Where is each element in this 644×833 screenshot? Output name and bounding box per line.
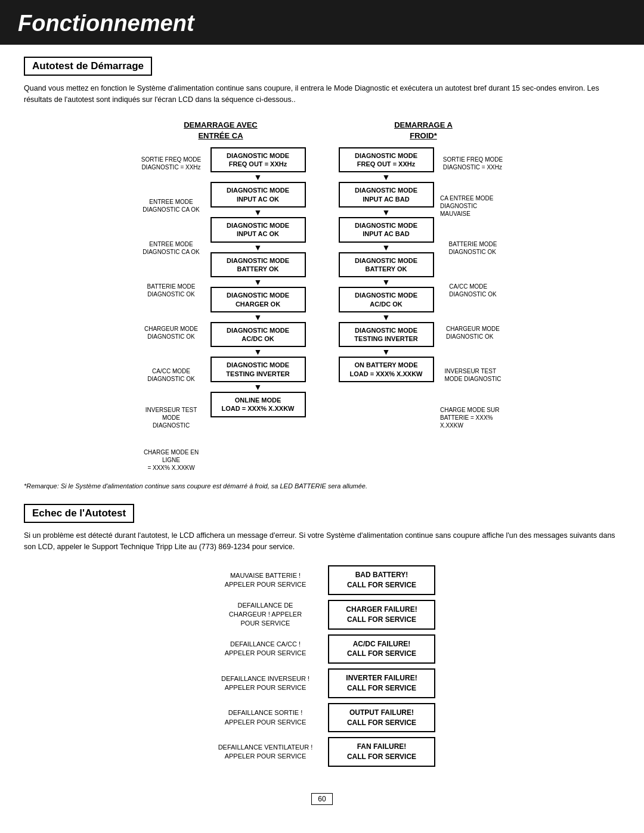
right-labels: SORTIE FREQ MODEDIAGNOSTIC = XXHz CA ENT… — [435, 147, 507, 434]
diagram-body: SORTIE FREQ MODEDIAGNOSTIC = XXHz ENTREE… — [137, 147, 507, 476]
diagram: DEMARRAGE AVECENTRÉE CA DEMARRAGE AFROID… — [24, 120, 620, 476]
arrow-right-4: ▼ — [382, 312, 391, 322]
error-left-4: DEFAILLANCE SORTIE !APPELER POUR SERVICE — [209, 708, 328, 727]
arrow-left-4: ▼ — [254, 312, 262, 322]
left-labels: SORTIE FREQ MODEDIAGNOSTIC = XXHz ENTREE… — [137, 147, 209, 476]
left-col-header: DEMARRAGE AVECENTRÉE CA — [137, 120, 304, 141]
error-row-2: DEFAILLANCE CA/CC !APPELER POUR SERVICE … — [209, 634, 435, 664]
error-box-1: CHARGER FAILURE!CALL FOR SERVICE — [328, 600, 435, 630]
arrow-right-1: ▼ — [382, 208, 391, 217]
error-box-0: BAD BATTERY!CALL FOR SERVICE — [328, 565, 435, 595]
box-left-7: ONLINE MODE LOAD = XXX% X.XXKW — [210, 392, 306, 417]
error-left-2: DEFAILLANCE CA/CC !APPELER POUR SERVICE — [209, 640, 328, 658]
center-right-col: DIAGNOSTIC MODE FREQ OUT = XXHz ▼ DIAGNO… — [337, 147, 435, 382]
box-right-5: DIAGNOSTIC MODE TESTING INVERTER — [339, 322, 434, 348]
error-box-5: FAN FAILURE!CALL FOR SERVICE — [328, 737, 435, 767]
error-box-4: OUTPUT FAILURE!CALL FOR SERVICE — [328, 703, 435, 733]
arrow-left-0: ▼ — [254, 172, 262, 182]
arrow-right-5: ▼ — [382, 347, 391, 357]
page-title: Fonctionnement — [18, 11, 626, 36]
error-row-4: DEFAILLANCE SORTIE !APPELER POUR SERVICE… — [209, 703, 435, 733]
error-left-3: DEFAILLANCE INVERSEUR !APPELER POUR SERV… — [209, 674, 328, 693]
left-label-2: ENTREE MODEDIAGNOSTIC CA OK — [138, 232, 204, 265]
right-col-header: DEMARRAGE AFROID* — [340, 120, 507, 141]
box-left-5: DIAGNOSTIC MODE AC/DC OK — [210, 322, 306, 348]
box-right-4: DIAGNOSTIC MODE AC/DC OK — [339, 287, 434, 312]
page-header: Fonctionnement — [0, 0, 644, 45]
box-right-6: ON BATTERY MODE LOAD = XXX% X.XXKW — [339, 357, 434, 382]
center-left-col: DIAGNOSTIC MODE FREQ OUT = XXHz ▼ DIAGNO… — [209, 147, 307, 417]
arrow-left-2: ▼ — [254, 243, 262, 252]
error-left-0: MAUVAISE BATTERIE !APPELER POUR SERVICE — [209, 571, 328, 590]
error-diagram: MAUVAISE BATTERIE !APPELER POUR SERVICE … — [24, 565, 620, 772]
left-label-0: SORTIE FREQ MODEDIAGNOSTIC = XXHz — [138, 147, 204, 180]
error-row-0: MAUVAISE BATTERIE !APPELER POUR SERVICE … — [209, 565, 435, 595]
left-label-4: CHARGEUR MODEDIAGNOSTIC OK — [138, 317, 204, 349]
error-row-5: DEFAILLANCE VENTILATEUR !APPELER POUR SE… — [209, 737, 435, 767]
left-label-6: INVERSEUR TEST MODEDIAGNOSTIC — [138, 401, 204, 434]
box-left-0: DIAGNOSTIC MODE FREQ OUT = XXHz — [210, 147, 306, 173]
box-left-4: DIAGNOSTIC MODE CHARGER OK — [210, 287, 306, 312]
right-label-4: CHARGEUR MODEDIAGNOSTIC OK — [440, 317, 506, 349]
right-label-2: BATTERIE MODEDIAGNOSTIC OK — [440, 232, 506, 265]
box-right-2: DIAGNOSTIC MODE INPUT AC BAD — [339, 217, 434, 243]
box-right-1: DIAGNOSTIC MODE INPUT AC BAD — [339, 182, 434, 208]
right-label-6: CHARGE MODE SURBATTERIE = XXX% X.XXKW — [440, 401, 506, 434]
box-left-1: DIAGNOSTIC MODE INPUT AC OK — [210, 182, 306, 208]
box-right-3: DIAGNOSTIC MODE BATTERY OK — [339, 252, 434, 278]
box-right-0: DIAGNOSTIC MODE FREQ OUT = XXHz — [339, 147, 434, 173]
error-row-1: DEFAILLANCE DECHARGEUR ! APPELERPOUR SER… — [209, 600, 435, 630]
footnote: *Remarque: Si le Système d'alimentation … — [24, 482, 620, 490]
arrow-left-6: ▼ — [254, 382, 262, 392]
left-label-3: BATTERIE MODEDIAGNOSTIC OK — [138, 274, 204, 307]
left-label-5: CA/CC MODEDIAGNOSTIC OK — [138, 359, 204, 392]
right-label-1: CA ENTREE MODEDIAGNOSTIC MAUVAISE — [440, 190, 506, 222]
error-row-3: DEFAILLANCE INVERSEUR !APPELER POUR SERV… — [209, 668, 435, 698]
section1-header: Autotest de Démarrage — [24, 57, 152, 76]
right-label-0: SORTIE FREQ MODEDIAGNOSTIC = XXHz — [440, 147, 506, 180]
error-left-5: DEFAILLANCE VENTILATEUR !APPELER POUR SE… — [209, 743, 328, 761]
error-box-3: INVERTER FAILURE!CALL FOR SERVICE — [328, 668, 435, 698]
section2-header: Echec de l'Autotest — [24, 504, 134, 523]
page-number: 60 — [311, 793, 332, 805]
arrow-right-0: ▼ — [382, 172, 391, 182]
section1-intro: Quand vous mettez en fonction le Système… — [24, 83, 620, 106]
box-left-2: DIAGNOSTIC MODE INPUT AC OK — [210, 217, 306, 243]
arrow-left-3: ▼ — [254, 277, 262, 287]
section2-intro: Si un problème est détecté durant l'auto… — [24, 530, 620, 553]
box-left-3: DIAGNOSTIC MODE BATTERY OK — [210, 252, 306, 278]
box-left-6: DIAGNOSTIC MODE TESTING INVERTER — [210, 357, 306, 382]
error-left-1: DEFAILLANCE DECHARGEUR ! APPELERPOUR SER… — [209, 601, 328, 628]
right-label-3: CA/CC MODEDIAGNOSTIC OK — [440, 274, 506, 307]
arrow-right-3: ▼ — [382, 277, 391, 287]
page-number-container: 60 — [24, 781, 620, 805]
right-label-5: INVERSEUR TESTMODE DIAGNOSTIC — [440, 359, 506, 392]
left-label-1: ENTREE MODEDIAGNOSTIC CA OK — [138, 190, 204, 222]
arrow-left-5: ▼ — [254, 347, 262, 357]
left-label-7: CHARGE MODE EN LIGNE= XXX% X.XXKW — [138, 444, 204, 476]
arrow-right-2: ▼ — [382, 243, 391, 252]
arrow-left-1: ▼ — [254, 208, 262, 217]
error-box-2: AC/DC FAILURE!CALL FOR SERVICE — [328, 634, 435, 664]
diagram-headers: DEMARRAGE AVECENTRÉE CA DEMARRAGE AFROID… — [24, 120, 620, 141]
